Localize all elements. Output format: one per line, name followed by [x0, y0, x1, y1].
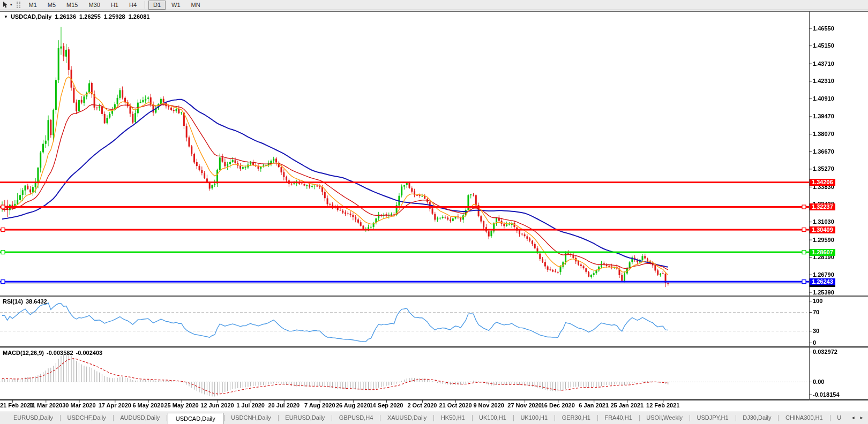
tab-separator — [555, 415, 555, 421]
scroll-left-icon[interactable]: ◄ — [851, 415, 855, 420]
chart-canvas[interactable] — [0, 11, 868, 412]
tab-hk50-h1[interactable]: HK50,H1 — [435, 412, 472, 424]
tab-eurusd-daily[interactable]: EURUSD,Daily — [7, 412, 59, 424]
timeframe-buttons: M1M5M15M30H1H4D1W1MN — [24, 0, 206, 10]
timeframe-button-h1[interactable]: H1 — [106, 1, 123, 10]
cursor-tool-button[interactable]: ▾ — [0, 1, 14, 9]
tab-separator — [778, 415, 779, 421]
tab-separator — [380, 415, 380, 421]
tab-audusd-daily[interactable]: AUDUSD,Daily — [114, 412, 166, 424]
tab-separator — [690, 415, 690, 421]
toolbar-grip-handle[interactable] — [17, 2, 20, 8]
timeframe-button-m1[interactable]: M1 — [24, 1, 42, 10]
timeframe-button-m30[interactable]: M30 — [84, 1, 104, 10]
tab-separator — [60, 415, 61, 421]
tab-usdcnh-daily[interactable]: USDCNH,Daily — [225, 412, 278, 424]
tab-separator — [433, 415, 434, 421]
tab-usdjpy-h1[interactable]: USDJPY,H1 — [691, 412, 735, 424]
chevron-down-icon[interactable]: ▾ — [10, 3, 12, 7]
tab-separator — [224, 415, 225, 421]
tab-uk100-h1[interactable]: UK100,H1 — [514, 412, 554, 424]
timeframe-button-m5[interactable]: M5 — [43, 1, 61, 10]
tab-ger30-h1[interactable]: GER30,H1 — [556, 412, 597, 424]
timeframe-button-m15[interactable]: M15 — [62, 1, 83, 10]
tab-gbpusd-h4[interactable]: GBPUSD,H4 — [333, 412, 380, 424]
timeframe-button-mn[interactable]: MN — [186, 1, 205, 10]
tab-separator — [513, 415, 514, 421]
tab-xauusd-daily[interactable]: XAUUSD,Daily — [381, 412, 433, 424]
timeframe-button-h4[interactable]: H4 — [124, 1, 141, 10]
tab-scroll-controls: ◄ ► — [848, 412, 868, 424]
top-toolbar: ▾ M1M5M15M30H1H4D1W1MN — [0, 0, 868, 10]
timeframe-button-w1[interactable]: W1 — [167, 1, 185, 10]
tab-usdcad-daily[interactable]: USDCAD,Daily — [168, 413, 223, 424]
tab-separator — [332, 415, 332, 421]
tab-dj30-daily[interactable]: DJ30,Daily — [736, 412, 777, 424]
tab-separator — [830, 415, 830, 421]
cursor-arrow-icon — [2, 1, 8, 9]
tab-separator — [597, 415, 598, 421]
tab-separator — [639, 415, 640, 421]
tab-separator — [167, 415, 167, 421]
tab-usdchf-daily[interactable]: USDCHF,Daily — [61, 412, 113, 424]
scroll-right-icon[interactable]: ► — [859, 415, 864, 420]
tab-separator — [278, 415, 279, 421]
symbol-tabs: EURUSD,DailyUSDCHF,DailyAUDUSD,DailyUSDC… — [0, 412, 848, 424]
tab-separator — [472, 415, 473, 421]
tab-china300-h1[interactable]: CHINA300,H1 — [779, 412, 829, 424]
tab-eurusd-daily[interactable]: EURUSD,Daily — [279, 412, 331, 424]
tab-uk100-h1[interactable]: UK100,H1 — [473, 412, 513, 424]
application-window: ▾ M1M5M15M30H1H4D1W1MN ▼USDCAD,Daily1.26… — [0, 0, 868, 424]
tab-separator — [736, 415, 736, 421]
bottom-tabbar: EURUSD,DailyUSDCHF,DailyAUDUSD,DailyUSDC… — [0, 412, 868, 424]
tab-fra40-h1[interactable]: FRA40,H1 — [598, 412, 638, 424]
tab-u[interactable]: U — [830, 412, 848, 424]
tab-separator — [113, 415, 114, 421]
chart-window: ▼USDCAD,Daily1.261361.262551.259281.2608… — [0, 11, 868, 412]
timeframe-button-d1[interactable]: D1 — [148, 1, 166, 10]
tab-usoil-weekly[interactable]: USOil,Weekly — [640, 412, 689, 424]
toolbar-separator — [145, 1, 145, 9]
